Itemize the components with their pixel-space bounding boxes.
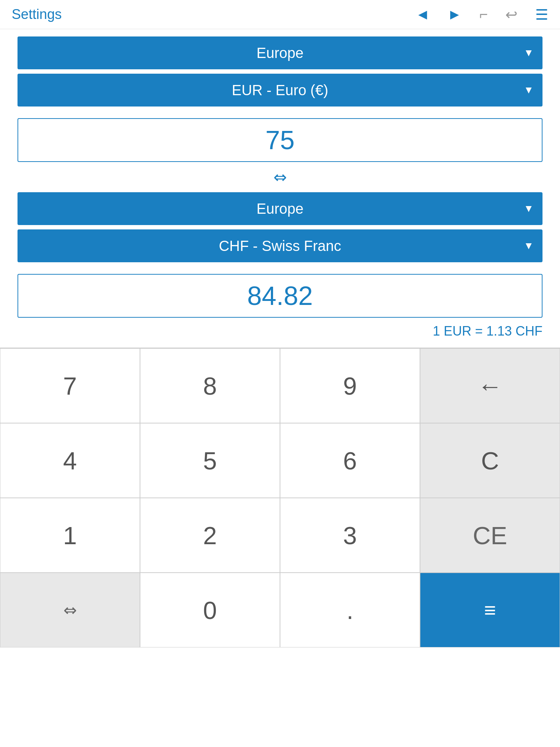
key-2[interactable]: 2 (140, 498, 280, 573)
to-region-arrow: ▼ (524, 203, 534, 214)
numpad: 7 8 9 ← 4 5 6 C 1 2 3 CE ⇔ 0 . ≡ (0, 348, 560, 647)
converter-section: Europe ▼ EUR - Euro (€) ▼ 75 ⇔ Europe ▼ … (0, 29, 560, 318)
swap-icon[interactable]: ⇔ (273, 168, 287, 186)
from-currency-arrow: ▼ (524, 84, 534, 96)
key-backspace[interactable]: ← (420, 348, 560, 423)
nav-left-icon[interactable]: ◄ (415, 6, 430, 23)
equals-icon: ≡ (484, 600, 496, 620)
from-region-dropdown[interactable]: Europe ▼ (18, 36, 542, 69)
exchange-rate: 1 EUR = 1.13 CHF (0, 321, 560, 345)
to-amount-value: 84.82 (247, 281, 313, 311)
to-currency-arrow: ▼ (524, 240, 534, 252)
to-amount-input[interactable]: 84.82 (18, 274, 542, 318)
nav-right-icon[interactable]: ► (447, 6, 462, 23)
to-region-dropdown[interactable]: Europe ▼ (18, 192, 542, 225)
exchange-rate-text: 1 EUR = 1.13 CHF (433, 324, 542, 338)
menu-icon[interactable]: ☰ (535, 6, 548, 23)
key-clear-entry[interactable]: CE (420, 498, 560, 573)
from-amount-value: 75 (265, 125, 295, 155)
from-currency-dropdown[interactable]: EUR - Euro (€) ▼ (18, 74, 542, 107)
key-7[interactable]: 7 (0, 348, 140, 423)
numpad-section: 7 8 9 ← 4 5 6 C 1 2 3 CE ⇔ 0 . ≡ (0, 348, 560, 647)
key-0[interactable]: 0 (140, 573, 280, 647)
key-clear[interactable]: C (420, 423, 560, 498)
key-decimal[interactable]: . (280, 573, 420, 647)
from-amount-input[interactable]: 75 (18, 118, 542, 162)
key-equals[interactable]: ≡ (420, 573, 560, 647)
key-9[interactable]: 9 (280, 348, 420, 423)
from-currency-label: EUR - Euro (€) (232, 82, 328, 98)
key-4[interactable]: 4 (0, 423, 140, 498)
to-currency-dropdown[interactable]: CHF - Swiss Franc ▼ (18, 229, 542, 262)
swap-container: ⇔ (18, 168, 542, 186)
key-swap[interactable]: ⇔ (0, 573, 140, 647)
key-5[interactable]: 5 (140, 423, 280, 498)
to-region-label: Europe (257, 201, 304, 217)
alt-icon[interactable]: ⌐ (479, 6, 488, 23)
key-6[interactable]: 6 (280, 423, 420, 498)
from-region-arrow: ▼ (524, 47, 534, 59)
back-icon[interactable]: ↩ (505, 6, 518, 23)
to-currency-label: CHF - Swiss Franc (219, 238, 341, 254)
key-8[interactable]: 8 (140, 348, 280, 423)
settings-link[interactable]: Settings (12, 7, 62, 22)
header-icons: ◄ ► ⌐ ↩ ☰ (415, 6, 548, 23)
key-3[interactable]: 3 (280, 498, 420, 573)
convert-icon: ⇔ (63, 601, 77, 619)
key-1[interactable]: 1 (0, 498, 140, 573)
header: Settings ◄ ► ⌐ ↩ ☰ (0, 0, 560, 29)
from-region-label: Europe (257, 45, 304, 61)
